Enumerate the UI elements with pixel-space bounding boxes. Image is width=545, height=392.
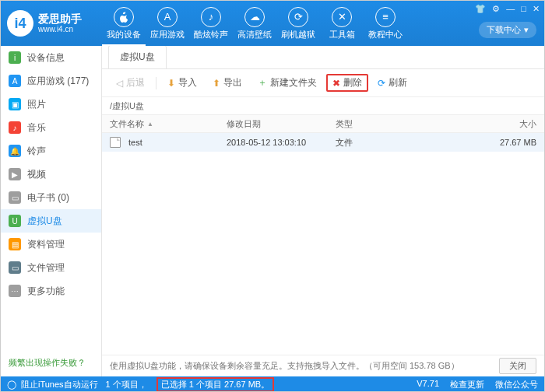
sidebar-item-label: 虚拟U盘 <box>27 215 62 228</box>
tab-virtual-udisk[interactable]: 虚拟U盘 <box>108 45 167 68</box>
back-label: 后退 <box>126 76 145 89</box>
new-folder-button[interactable]: ＋ 新建文件夹 <box>251 74 323 92</box>
logo-icon: i4 <box>7 10 33 37</box>
sidebar-item-icon: U <box>9 215 21 227</box>
import-label: 导入 <box>178 76 197 89</box>
export-label: 导出 <box>223 76 242 89</box>
sidebar-item-icon: ⋯ <box>9 285 21 297</box>
top-nav-item[interactable]: 我的设备 <box>102 1 146 46</box>
table-header: 文件名称 ▲ 修改日期 类型 大小 <box>102 114 544 133</box>
top-nav-label: 我的设备 <box>107 29 141 40</box>
top-nav-label: 教程中心 <box>368 29 403 40</box>
refresh-label: 刷新 <box>389 76 407 89</box>
export-icon: ⬆ <box>213 78 220 89</box>
version-label: V7.71 <box>417 379 439 390</box>
top-nav-icon: ✕ <box>332 7 352 27</box>
close-panel-button[interactable]: 关闭 <box>499 358 536 374</box>
sidebar-item[interactable]: ▣照片 <box>1 93 101 116</box>
sidebar-item[interactable]: i设备信息 <box>1 46 101 69</box>
export-button[interactable]: ⬆ 导出 <box>206 74 248 92</box>
top-nav-label: 刷机越狱 <box>281 29 315 40</box>
delete-label: 删除 <box>343 76 362 89</box>
itunes-block-icon[interactable]: ◯ <box>7 380 16 390</box>
separator <box>156 77 156 89</box>
top-nav-label: 酷炫铃声 <box>194 29 228 40</box>
col-date[interactable]: 修改日期 <box>227 118 336 130</box>
chevron-down-icon: ▾ <box>524 25 529 35</box>
col-type[interactable]: 类型 <box>336 118 398 130</box>
import-button[interactable]: ⬇ 导入 <box>161 74 203 92</box>
top-nav-item[interactable]: ♪酷炫铃声 <box>189 1 233 46</box>
sidebar-item[interactable]: ▤资料管理 <box>1 233 101 256</box>
minimize-button[interactable]: — <box>506 4 515 14</box>
settings-icon[interactable]: ⚙ <box>492 4 500 14</box>
sidebar-item-icon: ▤ <box>9 238 21 250</box>
app-url: www.i4.cn <box>38 25 82 33</box>
file-size: 27.67 MB <box>398 138 536 147</box>
logo-area: i4 爱思助手 www.i4.cn <box>1 1 102 46</box>
col-name[interactable]: 文件名称 ▲ <box>110 118 227 130</box>
hint-text: 使用虚拟U盘功能，请确保设备剩余容量充足。支持拖拽导入文件。（可用空间 153.… <box>110 360 459 372</box>
sidebar-item-label: 照片 <box>27 98 46 111</box>
top-nav: 我的设备A应用游戏♪酷炫铃声☁高清壁纸⟳刷机越狱✕工具箱≡教程中心 <box>102 1 407 46</box>
close-button[interactable]: ✕ <box>533 4 540 14</box>
sidebar-item-icon: ▭ <box>9 261 21 274</box>
sidebar-item[interactable]: ▶视频 <box>1 163 101 186</box>
maximize-button[interactable]: □ <box>521 4 526 14</box>
top-nav-item[interactable]: A应用游戏 <box>146 1 189 46</box>
window-controls: 👕 ⚙ — □ ✕ <box>475 4 540 14</box>
download-center-button[interactable]: 下载中心 ▾ <box>479 22 536 38</box>
sidebar-item[interactable]: 🔔铃声 <box>1 139 101 163</box>
new-folder-icon: ＋ <box>258 76 267 89</box>
sidebar-item[interactable]: ♪音乐 <box>1 116 101 139</box>
check-update-button[interactable]: 检查更新 <box>450 379 484 390</box>
import-icon: ⬇ <box>167 78 175 89</box>
sidebar-item-label: 视频 <box>27 168 46 181</box>
top-nav-icon: ♪ <box>201 7 221 27</box>
sidebar-item-label: 设备信息 <box>27 51 65 65</box>
app-title: 爱思助手 <box>38 13 82 25</box>
sidebar-item[interactable]: ▭电子书 (0) <box>1 186 101 209</box>
top-nav-item[interactable]: ⟳刷机越狱 <box>276 1 320 46</box>
top-nav-icon: ⟳ <box>288 7 308 27</box>
col-size[interactable]: 大小 <box>398 118 536 130</box>
itunes-block-label[interactable]: 阻止iTunes自动运行 <box>21 379 98 390</box>
sidebar-item-icon: ▶ <box>9 168 21 180</box>
sidebar-item[interactable]: ⋯更多功能 <box>1 279 101 303</box>
sidebar-item-icon: ▭ <box>9 191 21 204</box>
file-type: 文件 <box>336 137 398 149</box>
sidebar-item-icon: i <box>9 51 21 64</box>
top-nav-item[interactable]: ☁高清壁纸 <box>233 1 276 46</box>
download-center-label: 下载中心 <box>487 24 521 36</box>
main-panel: 虚拟U盘 ◁ 后退 ⬇ 导入 ⬆ 导出 ＋ 新建文件夹 ✖ 删除 <box>102 46 544 376</box>
status-selected: 已选择 1 个项目 27.67 MB。 <box>156 377 274 392</box>
sidebar-item-icon: A <box>9 75 21 87</box>
sidebar-item-icon: ♪ <box>9 121 21 134</box>
sort-asc-icon: ▲ <box>147 121 153 128</box>
refresh-button[interactable]: ⟳ 刷新 <box>371 74 413 92</box>
top-nav-item[interactable]: ≡教程中心 <box>364 1 407 46</box>
sidebar-item[interactable]: U虚拟U盘 <box>1 209 101 233</box>
top-nav-icon: ≡ <box>375 7 396 27</box>
sidebar-item-label: 文件管理 <box>27 261 65 275</box>
wechat-button[interactable]: 微信公众号 <box>495 379 538 390</box>
breadcrumb: /虚拟U盘 <box>102 97 544 114</box>
top-nav-item[interactable]: ✕工具箱 <box>320 1 364 46</box>
delete-button[interactable]: ✖ 删除 <box>326 74 368 92</box>
file-name: test <box>128 138 142 147</box>
toolbar: ◁ 后退 ⬇ 导入 ⬆ 导出 ＋ 新建文件夹 ✖ 删除 ⟳ 刷新 <box>102 69 544 97</box>
app-header: i4 爱思助手 www.i4.cn 我的设备A应用游戏♪酷炫铃声☁高清壁纸⟳刷机… <box>1 1 544 46</box>
table-row[interactable]: test 2018-05-12 13:03:10 文件 27.67 MB <box>102 133 544 152</box>
file-table: 文件名称 ▲ 修改日期 类型 大小 test 2018-05-12 13:03:… <box>102 114 544 355</box>
skin-icon[interactable]: 👕 <box>475 4 486 14</box>
back-icon: ◁ <box>116 78 123 89</box>
sidebar-item-label: 电子书 (0) <box>27 191 69 205</box>
sidebar-item-icon: 🔔 <box>9 145 21 157</box>
delete-icon: ✖ <box>332 78 340 89</box>
sidebar-item[interactable]: ▭文件管理 <box>1 256 101 279</box>
status-count: 1 个项目， <box>106 379 147 390</box>
sidebar-item-label: 应用游戏 (177) <box>27 75 89 88</box>
help-link[interactable]: 频繁出现操作失败？ <box>9 358 86 367</box>
status-bar: ◯ 阻止iTunes自动运行 1 个项目， 已选择 1 个项目 27.67 MB… <box>1 376 544 392</box>
sidebar-item[interactable]: A应用游戏 (177) <box>1 69 101 93</box>
